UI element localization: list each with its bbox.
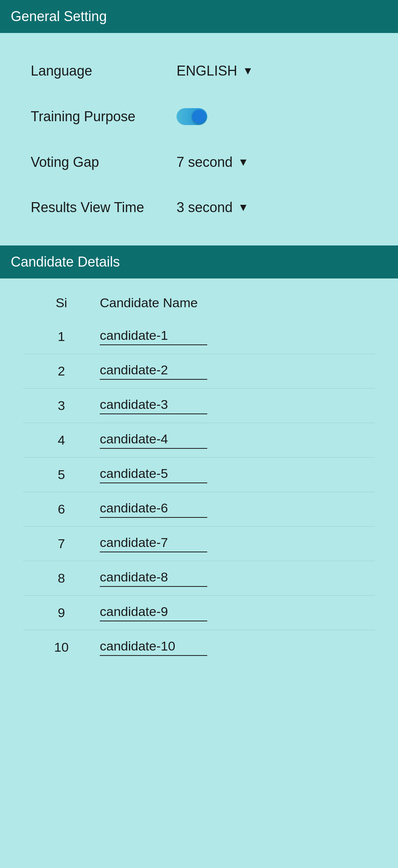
- toggle-track: [177, 108, 207, 125]
- results-view-time-row: Results View Time 3 second ▼: [31, 185, 367, 230]
- voting-gap-label: Voting Gap: [31, 154, 177, 170]
- table-row: 8: [15, 561, 383, 595]
- candidate-details-header: Candidate Details: [0, 245, 398, 278]
- candidate-name-cell: [100, 397, 375, 414]
- candidate-name-input[interactable]: [100, 535, 207, 552]
- language-dropdown-arrow-icon: ▼: [243, 65, 253, 77]
- candidate-si: 10: [23, 640, 100, 655]
- results-view-time-dropdown-arrow-icon: ▼: [238, 201, 249, 214]
- candidate-si: 6: [23, 502, 100, 517]
- voting-gap-dropdown[interactable]: 7 second ▼: [177, 154, 249, 170]
- table-row: 10: [15, 630, 383, 664]
- candidate-name-input[interactable]: [100, 466, 207, 483]
- table-row: 2: [15, 354, 383, 388]
- column-header-si: Si: [23, 295, 100, 310]
- candidate-name-input[interactable]: [100, 432, 207, 449]
- candidate-table: Si Candidate Name 12345678910: [0, 278, 398, 672]
- table-row: 5: [15, 458, 383, 492]
- table-row: 1: [15, 320, 383, 354]
- candidate-name-input[interactable]: [100, 570, 207, 587]
- candidate-name-input[interactable]: [100, 639, 207, 656]
- candidate-name-cell: [100, 466, 375, 483]
- table-row: 6: [15, 492, 383, 526]
- candidate-si: 5: [23, 467, 100, 482]
- toggle-thumb: [192, 110, 206, 124]
- language-dropdown[interactable]: ENGLISH ▼: [177, 63, 253, 79]
- voting-gap-row: Voting Gap 7 second ▼: [31, 140, 367, 185]
- training-purpose-row: Training Purpose: [31, 94, 367, 140]
- candidate-si: 8: [23, 571, 100, 586]
- candidate-details-section: Si Candidate Name 12345678910: [0, 278, 398, 672]
- voting-gap-dropdown-arrow-icon: ▼: [238, 156, 249, 168]
- training-purpose-toggle[interactable]: [177, 108, 207, 125]
- candidate-name-cell: [100, 501, 375, 518]
- candidate-name-input[interactable]: [100, 328, 207, 345]
- column-header-name: Candidate Name: [100, 295, 375, 310]
- candidate-name-input[interactable]: [100, 362, 207, 380]
- candidate-si: 1: [23, 329, 100, 344]
- candidate-name-cell: [100, 570, 375, 587]
- table-row: 7: [15, 527, 383, 561]
- candidate-si: 2: [23, 364, 100, 379]
- table-row: 9: [15, 596, 383, 630]
- table-row: 3: [15, 389, 383, 423]
- voting-gap-value: 7 second: [177, 154, 233, 170]
- general-settings-section: Language ENGLISH ▼ Training Purpose Voti…: [0, 33, 398, 245]
- language-row: Language ENGLISH ▼: [31, 48, 367, 94]
- candidate-si: 7: [23, 536, 100, 551]
- candidate-name-cell: [100, 432, 375, 449]
- candidate-si: 3: [23, 398, 100, 413]
- candidate-si: 4: [23, 433, 100, 448]
- candidate-si: 9: [23, 605, 100, 620]
- candidate-name-input[interactable]: [100, 604, 207, 621]
- candidate-name-input[interactable]: [100, 501, 207, 518]
- candidate-rows-container: 12345678910: [15, 320, 383, 664]
- general-settings-header: General Setting: [0, 0, 398, 33]
- candidate-name-cell: [100, 535, 375, 552]
- candidate-name-cell: [100, 604, 375, 621]
- language-label: Language: [31, 63, 177, 79]
- table-header: Si Candidate Name: [15, 286, 383, 320]
- candidate-name-input[interactable]: [100, 397, 207, 414]
- results-view-time-dropdown[interactable]: 3 second ▼: [177, 199, 249, 216]
- language-value: ENGLISH: [177, 63, 237, 79]
- candidate-name-cell: [100, 328, 375, 345]
- candidate-name-cell: [100, 362, 375, 380]
- candidate-name-cell: [100, 639, 375, 656]
- results-view-time-label: Results View Time: [31, 199, 177, 216]
- table-row: 4: [15, 423, 383, 457]
- training-purpose-label: Training Purpose: [31, 109, 177, 125]
- results-view-time-value: 3 second: [177, 199, 233, 216]
